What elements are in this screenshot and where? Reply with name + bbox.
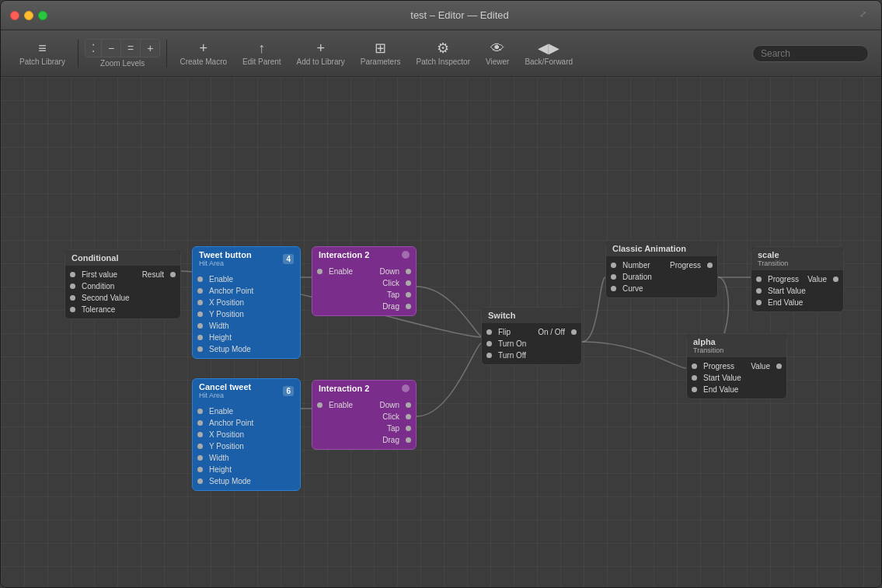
tweet-button-node[interactable]: Tweet button Hit Area 4 Enable Anchor Po… [192,246,301,359]
input-dot [486,353,492,358]
port-curve: Curve [606,283,717,294]
scale-node[interactable]: scale Transition Progress Value Start Va… [751,246,844,312]
back-forward-button[interactable]: ◀▶ Back/Forward [518,38,579,69]
parameters-button[interactable]: ⊞ Parameters [354,38,407,69]
port-enable-in: Enable Down [312,266,416,277]
port-xpos: X Position [193,429,300,440]
patch-library-button[interactable]: ≡ Patch Library [13,38,71,69]
port-progress: Progress Value [751,273,843,285]
input-dot [611,286,616,291]
output-dot [406,269,411,274]
port-first-value: First value Result [65,269,180,280]
output-dot [406,304,411,309]
input-dot [486,329,492,335]
port-end-value: End Value [751,297,843,308]
classic-animation-node[interactable]: Classic Animation Number Progress Durati… [605,240,718,298]
input-dot [486,341,492,346]
list-icon: ≡ [38,41,47,55]
zoom-minus-button[interactable]: − [102,40,121,57]
parameters-icon: ⊞ [375,41,386,55]
switch-header: Switch [482,308,581,323]
input-dot [70,272,75,277]
fullscreen-icon[interactable]: ⤢ [859,9,872,22]
scale-header: scale Transition [751,247,843,270]
input-dot [611,274,616,280]
alpha-body: Progress Value Start Value End Value [687,357,786,398]
port-tolerance: Tolerance [65,304,180,315]
edit-parent-button[interactable]: ↑ Edit Parent [236,38,287,69]
tweet-btn-header: Tweet button Hit Area 4 [193,247,300,270]
cancel-tweet-body: Enable Anchor Point X Position Y Positio… [193,402,300,490]
port-ypos: Y Position [193,440,300,452]
input-dot [692,387,697,392]
input-dot [197,455,203,461]
add-library-icon: + [316,41,325,55]
create-macro-icon: + [200,41,208,55]
conditional-node[interactable]: Conditional First value Result Condition… [64,249,181,319]
input-dot [197,300,203,305]
input-dot [197,444,203,449]
nav-icon: ◀▶ [538,41,560,55]
port-setup-mode: Setup Mode [193,343,300,355]
interaction-node-2[interactable]: Interaction 2 Enable Down Click Tap [312,380,417,450]
port-start-value: Start Value [751,285,843,297]
zoom-levels-group: ⁚ − = + Zoom Levels [85,39,161,68]
close-icon[interactable] [402,384,410,392]
input-dot [197,409,203,414]
interaction-node-1[interactable]: Interaction 2 Enable Down Click Tap [312,246,417,316]
search-input[interactable] [752,45,869,62]
close-icon[interactable] [402,251,410,259]
alpha-node[interactable]: alpha Transition Progress Value Start Va… [686,333,787,399]
edit-parent-icon: ↑ [258,41,265,55]
maximize-button[interactable] [38,11,47,20]
add-to-library-button[interactable]: + Add to Library [291,38,351,69]
classic-anim-body: Number Progress Duration Curve [606,256,717,297]
input-dot [197,277,203,282]
port-start-value: Start Value [687,372,786,384]
port-condition: Condition [65,280,180,292]
input-dot [197,288,203,294]
port-drag-out: Drag [312,301,416,312]
port-turn-on: Turn On [482,338,581,350]
main-window: test – Editor — Edited ⤢ ≡ Patch Library… [0,0,882,588]
port-duration: Duration [606,271,717,283]
scale-body: Progress Value Start Value End Value [751,270,843,311]
switch-node[interactable]: Switch Flip On / Off Turn On Turn Off [481,307,582,365]
output-dot [406,437,411,443]
port-height: Height [193,332,300,343]
output-dot [571,329,577,335]
traffic-lights [10,11,47,20]
close-button[interactable] [10,11,19,20]
input-dot [197,478,203,484]
input-dot [756,277,762,282]
port-xpos: X Position [193,297,300,308]
output-dot [406,426,411,431]
input-dot [317,269,322,274]
patch-inspector-button[interactable]: ⚙ Patch Inspector [410,38,476,69]
port-turn-off: Turn Off [482,350,581,361]
port-enable: Enable [193,273,300,285]
zoom-plus-button[interactable]: + [141,40,159,57]
port-second-value: Second Value [65,292,180,304]
cancel-tweet-node[interactable]: Cancel tweet Hit Area 6 Enable Anchor Po… [192,378,301,491]
canvas[interactable]: Conditional First value Result Condition… [1,77,881,587]
minimize-button[interactable] [24,11,33,20]
port-anchor: Anchor Point [193,417,300,429]
cancel-tweet-header: Cancel tweet Hit Area 6 [193,379,300,402]
input-dot [70,307,75,312]
viewer-button[interactable]: 👁 Viewer [479,38,515,69]
zoom-dots-button[interactable]: ⁚ [85,40,102,57]
input-dot [692,375,697,381]
create-macro-button[interactable]: + Create Macro [173,38,233,69]
input-dot [692,364,697,369]
zoom-equal-button[interactable]: = [121,40,141,57]
titlebar: test – Editor — Edited ⤢ [1,1,881,30]
toolbar: ≡ Patch Library ⁚ − = + Zoom Levels + Cr… [1,30,881,77]
viewer-icon: 👁 [490,41,504,55]
output-dot [707,263,713,268]
classic-anim-header: Classic Animation [606,241,717,256]
input-dot [197,432,203,437]
output-dot [406,280,411,286]
zoom-buttons: ⁚ − = + [85,39,161,57]
port-flip: Flip On / Off [482,326,581,338]
